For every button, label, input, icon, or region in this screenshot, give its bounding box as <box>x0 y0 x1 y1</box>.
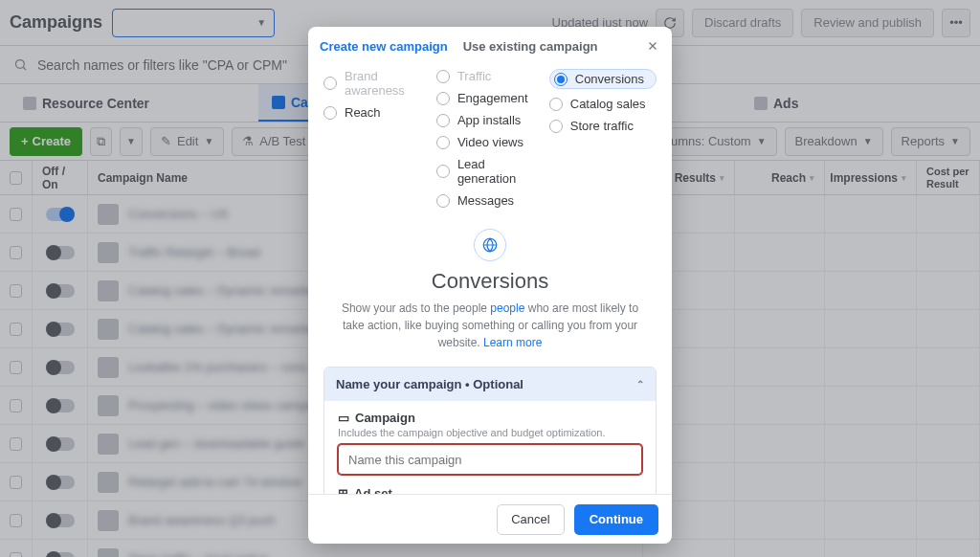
close-icon[interactable] <box>639 33 666 59</box>
people-link[interactable]: people <box>490 301 524 315</box>
campaign-label: Campaign <box>355 411 415 425</box>
folder-icon: ▭ <box>338 411 349 425</box>
objective-lead-gen[interactable]: Lead generation <box>436 157 542 186</box>
modal-header: Create new campaign Use existing campaig… <box>308 27 672 65</box>
objective-brand-awareness[interactable]: Brand awareness <box>323 69 429 98</box>
campaign-sub: Includes the campaign objective and budg… <box>338 427 642 438</box>
create-campaign-modal: Create new campaign Use existing campaig… <box>308 27 672 544</box>
naming-accordion: Name your campaign • Optional ⌃ ▭Campaig… <box>323 367 657 494</box>
learn-more-link[interactable]: Learn more <box>483 336 542 349</box>
chevron-up-icon: ⌃ <box>636 379 644 390</box>
modal-tab-existing[interactable]: Use existing campaign <box>463 39 598 54</box>
objective-engagement[interactable]: Engagement <box>436 91 542 105</box>
objective-title: Conversions <box>323 269 657 294</box>
accordion-header[interactable]: Name your campaign • Optional ⌃ <box>324 368 656 401</box>
objective-conversions[interactable]: Conversions <box>549 69 657 89</box>
objective-app-installs[interactable]: App installs <box>436 113 542 127</box>
objective-video-views[interactable]: Video views <box>436 135 542 149</box>
objective-description: Show your ads to the people people who a… <box>323 300 657 351</box>
objective-traffic[interactable]: Traffic <box>436 69 542 83</box>
objective-reach[interactable]: Reach <box>323 105 429 120</box>
accordion-title: Name your campaign • Optional <box>336 377 523 391</box>
adset-label: Ad set <box>354 486 392 494</box>
objective-store-traffic[interactable]: Store traffic <box>549 119 657 133</box>
objective-messages[interactable]: Messages <box>436 193 542 208</box>
objective-catalog-sales[interactable]: Catalog sales <box>549 97 657 111</box>
campaign-name-input[interactable] <box>338 444 642 475</box>
cancel-button[interactable]: Cancel <box>497 504 564 535</box>
modal-body[interactable]: Brand awareness Reach Traffic Engagement… <box>308 65 672 494</box>
modal-tab-new[interactable]: Create new campaign <box>320 39 448 54</box>
objective-grid: Brand awareness Reach Traffic Engagement… <box>323 69 657 208</box>
modal-footer: Cancel Continue <box>308 494 672 544</box>
grid-icon: ⊞ <box>338 486 348 494</box>
continue-button[interactable]: Continue <box>574 504 658 535</box>
globe-icon <box>474 229 506 261</box>
